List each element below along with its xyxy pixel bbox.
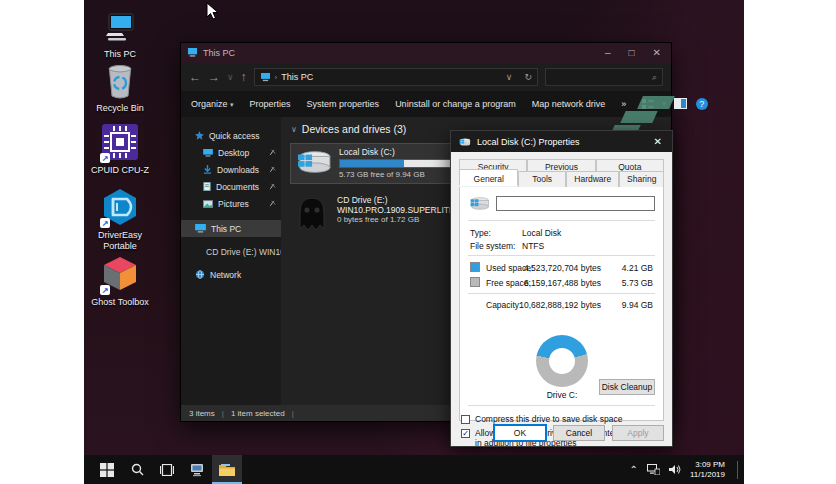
this-pc-small-icon — [260, 73, 271, 82]
desktop-icon-label: Recycle Bin — [84, 103, 156, 114]
sidebar-item-documents[interactable]: Documents — [181, 178, 281, 195]
recycle-bin-icon — [84, 62, 156, 100]
disk-cleanup-button[interactable]: Disk Cleanup — [599, 379, 655, 395]
properties-button[interactable]: Properties — [250, 99, 291, 109]
hard-drive-icon — [294, 147, 332, 177]
volume-label-input[interactable] — [496, 196, 655, 211]
cancel-button[interactable]: Cancel — [553, 425, 605, 441]
network-status-icon[interactable] — [647, 464, 660, 475]
toolbar-overflow-button[interactable]: » — [621, 99, 626, 109]
desktop-icon-label: This PC — [84, 49, 156, 60]
explorer-command-bar: Organize ▾ Properties System properties … — [181, 91, 671, 117]
apply-button[interactable]: Apply — [612, 425, 664, 441]
search-input[interactable]: ⌕ — [545, 68, 663, 86]
help-icon[interactable]: ? — [696, 98, 708, 110]
desktop-icon-drivereasy[interactable]: ↗ DriverEasy Portable — [84, 185, 156, 252]
dialog-close-icon[interactable]: ✕ — [651, 136, 665, 147]
up-button[interactable]: ↑ — [241, 70, 247, 84]
uninstall-button[interactable]: Uninstall or change a program — [395, 99, 516, 109]
desktop-icon-label: DriverEasy Portable — [84, 230, 156, 252]
desktop-icon-cpu-z[interactable]: ↗ CPUID CPU-Z — [84, 120, 156, 176]
taskbar-clock[interactable]: 3:09 PM 11/1/2019 — [690, 460, 725, 480]
filesystem-value: NTFS — [522, 241, 544, 251]
sidebar-item-downloads[interactable]: Downloads — [181, 161, 281, 178]
sidebar-item-cd-drive[interactable]: CD Drive (E:) WIN10.P — [181, 243, 281, 260]
taskbar-file-explorer[interactable] — [212, 455, 242, 484]
desktop-icon-this-pc[interactable]: This PC — [84, 8, 156, 60]
drivereasy-icon: ↗ — [84, 185, 156, 227]
pin-icon — [269, 183, 276, 190]
status-item-count: 3 items — [189, 409, 215, 418]
tab-tools[interactable]: Tools — [518, 171, 566, 188]
type-value: Local Disk — [522, 228, 561, 238]
task-view-button[interactable] — [152, 455, 182, 484]
explorer-titlebar[interactable]: This PC – □ ✕ — [181, 43, 671, 63]
minimize-button[interactable]: – — [605, 43, 611, 63]
free-space-legend-swatch — [470, 277, 480, 287]
address-dropdown-chevron[interactable]: ∨ — [506, 72, 513, 82]
ok-button[interactable]: OK — [494, 425, 546, 441]
desktop-icon-recycle-bin[interactable]: Recycle Bin — [84, 62, 156, 114]
recent-locations-chevron[interactable]: ∨ — [227, 72, 234, 82]
desktop-icon-ghost-toolbox[interactable]: ↗ Ghost Toolbox — [84, 252, 156, 308]
capacity-bytes: 10,682,888,192 bytes — [519, 300, 601, 310]
organize-menu[interactable]: Organize ▾ — [191, 99, 234, 109]
drive-item-local-disk-c[interactable]: Local Disk (C:) 5.73 GB free of 9.94 GB — [291, 144, 476, 183]
taskbar-pc-app[interactable] — [182, 455, 212, 484]
used-space-bytes: 4,523,720,704 bytes — [524, 263, 601, 273]
tab-general[interactable]: General — [459, 169, 518, 186]
drive-usage-bar — [339, 159, 451, 168]
start-button[interactable] — [92, 455, 122, 484]
this-pc-small-icon — [195, 224, 206, 233]
properties-dialog: Local Disk (C:) Properties ✕ Security Pr… — [450, 130, 673, 447]
star-icon — [195, 131, 204, 140]
close-button[interactable]: ✕ — [653, 43, 661, 63]
desktop-icon — [203, 149, 213, 157]
sidebar-item-this-pc[interactable]: This PC — [181, 220, 281, 237]
folder-icon — [219, 463, 235, 476]
tab-sharing[interactable]: Sharing — [619, 171, 664, 188]
breadcrumb[interactable]: This PC — [281, 72, 313, 82]
refresh-icon[interactable]: ↻ — [524, 72, 532, 82]
ghost-toolbox-icon: ↗ — [84, 252, 156, 294]
status-selected-count: 1 item selected — [231, 409, 285, 418]
pin-icon — [269, 200, 276, 207]
pin-icon — [269, 166, 276, 173]
system-properties-button[interactable]: System properties — [307, 99, 380, 109]
sidebar-item-desktop[interactable]: Desktop — [181, 144, 281, 161]
tray-chevron-up-icon[interactable]: ⌃ — [630, 464, 638, 475]
explorer-navbar: ← → ∨ ↑ › This PC ∨ ↻ ⌕ — [181, 63, 671, 91]
back-button[interactable]: ← — [189, 70, 201, 84]
map-network-drive-button[interactable]: Map network drive — [532, 99, 606, 109]
drive-item-cd-drive-e[interactable]: CD Drive (E:) WIN10.PRO.1909.SUPERLITE.C… — [291, 192, 476, 238]
desktop-icon-label: CPUID CPU-Z — [84, 165, 156, 176]
preview-pane-icon[interactable] — [674, 98, 688, 110]
drive-usage-fill — [340, 160, 404, 167]
watermark-logo-bar — [620, 111, 657, 123]
forward-button[interactable]: → — [208, 70, 220, 84]
document-icon — [203, 182, 211, 191]
taskbar: ⌃ 3:09 PM 11/1/2019 — [84, 455, 744, 484]
sidebar-item-pictures[interactable]: Pictures — [181, 195, 281, 212]
maximize-button[interactable]: □ — [629, 43, 635, 63]
pc-icon — [189, 463, 205, 477]
address-bar[interactable]: › This PC ∨ ↻ — [254, 68, 538, 86]
dialog-titlebar[interactable]: Local Disk (C:) Properties ✕ — [451, 131, 672, 152]
volume-icon[interactable] — [669, 464, 681, 475]
type-label: Type: — [470, 228, 491, 238]
tab-hardware[interactable]: Hardware — [566, 171, 619, 188]
picture-icon — [203, 200, 213, 208]
show-desktop-edge[interactable] — [737, 461, 738, 479]
this-pc-small-icon — [187, 48, 198, 58]
free-space-bytes: 6,159,167,488 bytes — [524, 278, 601, 288]
disk-usage-pie-chart — [536, 335, 588, 387]
taskbar-search-button[interactable] — [122, 455, 152, 484]
cpu-z-icon: ↗ — [84, 120, 156, 162]
sidebar-item-quick-access[interactable]: Quick access — [181, 127, 281, 144]
sidebar-item-network[interactable]: Network — [181, 266, 281, 283]
used-space-legend-swatch — [470, 262, 480, 272]
search-icon — [131, 463, 144, 476]
search-icon: ⌕ — [652, 72, 657, 83]
hard-drive-icon — [458, 137, 471, 147]
collapse-chevron-icon[interactable]: ∨ — [291, 125, 297, 134]
